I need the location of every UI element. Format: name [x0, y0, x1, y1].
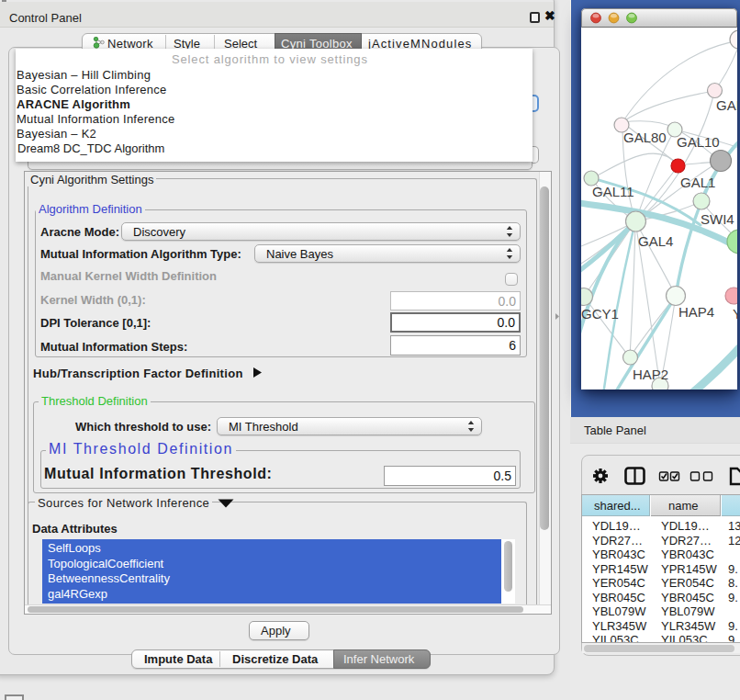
svg-text:GAL4: GAL4 — [638, 233, 673, 249]
svg-text:HAP2: HAP2 — [633, 367, 668, 382]
svg-text:GCY1: GCY1 — [581, 306, 619, 322]
svg-text:GAL10: GAL10 — [677, 134, 720, 150]
svg-text:SWI4: SWI4 — [701, 211, 734, 227]
svg-text:GAL1: GAL1 — [680, 175, 715, 190]
svg-text:GAL11: GAL11 — [592, 184, 634, 199]
svg-text:GAL80: GAL80 — [623, 130, 667, 145]
svg-text:HAP4: HAP4 — [678, 304, 714, 320]
svg-text:YJ: YJ — [733, 306, 737, 322]
svg-text:GAL2: GAL2 — [716, 97, 737, 113]
